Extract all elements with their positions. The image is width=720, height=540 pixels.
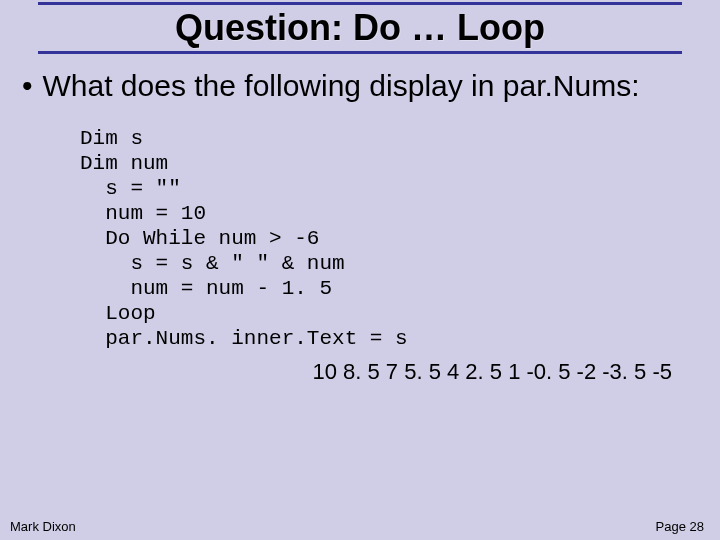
footer-author: Mark Dixon (10, 519, 76, 534)
answer-text: 10 8. 5 7 5. 5 4 2. 5 1 -0. 5 -2 -3. 5 -… (18, 351, 702, 385)
slide: Question: Do … Loop • What does the foll… (0, 0, 720, 540)
title-block: Question: Do … Loop (0, 0, 720, 54)
bullet-row: • What does the following display in par… (18, 68, 702, 104)
footer-page: Page 28 (656, 519, 704, 534)
bullet-text: What does the following display in par.N… (43, 68, 640, 104)
footer: Mark Dixon Page 28 (0, 519, 720, 534)
code-block: Dim s Dim num s = "" num = 10 Do While n… (18, 104, 702, 351)
slide-title: Question: Do … Loop (0, 5, 720, 49)
bullet-marker: • (18, 68, 43, 104)
slide-body: • What does the following display in par… (0, 54, 720, 385)
